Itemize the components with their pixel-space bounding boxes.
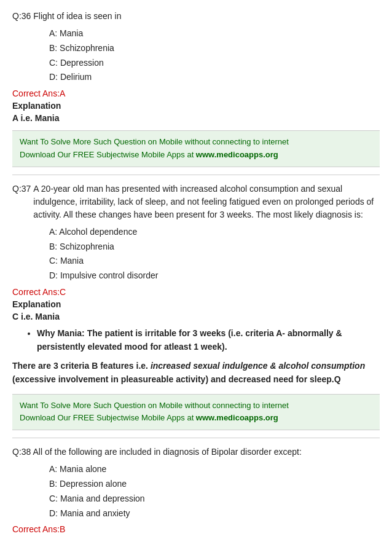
q37-correct: Correct Ans:C [12,287,380,297]
q36-option-b: B: Schizophrenia [49,41,380,56]
q38-option-d: D: Mania and anxiety [49,506,380,521]
q38-question: All of the following are included in dia… [33,447,301,457]
q36-option-d: D: Delirium [49,70,380,85]
q37-option-c: C: Mania [49,254,380,269]
promo-line2: Download Our FREE Subjectwise Mobile App… [20,150,196,159]
q37-bullet-1: Why Mania: The patient is irritable for … [37,326,380,354]
question-37: Q:37 A 20-year old man has presented wit… [12,183,380,387]
q38-correct: Correct Ans:B [12,524,380,534]
q36-explanation-title: Explanation [12,101,380,111]
q37-option-a: A: Alcohol dependence [49,225,380,240]
promo-link-1[interactable]: www.medicoapps.org [196,150,278,159]
promo-line1: Want To Solve More Such Question on Mobi… [20,137,289,146]
promo-box-1: Want To Solve More Such Question on Mobi… [12,130,380,167]
q37-number: Q:37 [12,183,31,195]
q38-option-a: A: Mania alone [49,462,380,477]
q36-question: Flight of idea is seen in [33,11,121,21]
q37-option-b: B: Schizophrenia [49,240,380,254]
promo-link-2[interactable]: www.medicoapps.org [196,413,278,422]
q36-correct: Correct Ans:A [12,89,380,98]
q37-question: A 20-year old man has presented with inc… [33,183,380,221]
q36-explanation-answer: A i.e. Mania [12,113,380,123]
divider-1 [12,175,380,175]
page-container: Q:36 Flight of idea is seen in A: Mania … [0,0,392,550]
q37-options: A: Alcohol dependence B: Schizophrenia C… [49,225,380,283]
q36-number: Q:36 [12,11,31,21]
q37-text: Q:37 A 20-year old man has presented wit… [12,183,380,221]
promo-line1-2: Want To Solve More Such Question on Mobi… [20,401,289,410]
q38-option-b: B: Depression alone [49,477,380,492]
divider-2 [12,438,380,438]
promo-line2-2: Download Our FREE Subjectwise Mobile App… [20,413,196,422]
q36-options: A: Mania B: Schizophrenia C: Depression … [49,26,380,85]
q38-option-c: C: Mania and depression [49,492,380,506]
q37-extra-explanation: There are 3 criteria B features i.e. inc… [12,359,380,387]
q37-bullet-list: Why Mania: The patient is irritable for … [37,326,380,354]
promo-box-2: Want To Solve More Such Question on Mobi… [12,394,380,431]
q37-explanation-title: Explanation [12,299,380,309]
q36-option-c: C: Depression [49,56,380,71]
q38-number: Q:38 [12,447,31,457]
question-36: Q:36 Flight of idea is seen in A: Mania … [12,10,380,123]
q36-text: Q:36 Flight of idea is seen in [12,10,380,23]
q37-option-d: D: Impulsive control disorder [49,269,380,283]
question-38: Q:38 All of the following are included i… [12,446,380,534]
q37-bullet-text: Why Mania: The patient is irritable for … [37,328,342,352]
q36-option-a: A: Mania [49,26,380,41]
q37-explanation-answer: C i.e. Mania [12,312,380,321]
q38-options: A: Mania alone B: Depression alone C: Ma… [49,462,380,521]
q38-text: Q:38 All of the following are included i… [12,446,380,459]
